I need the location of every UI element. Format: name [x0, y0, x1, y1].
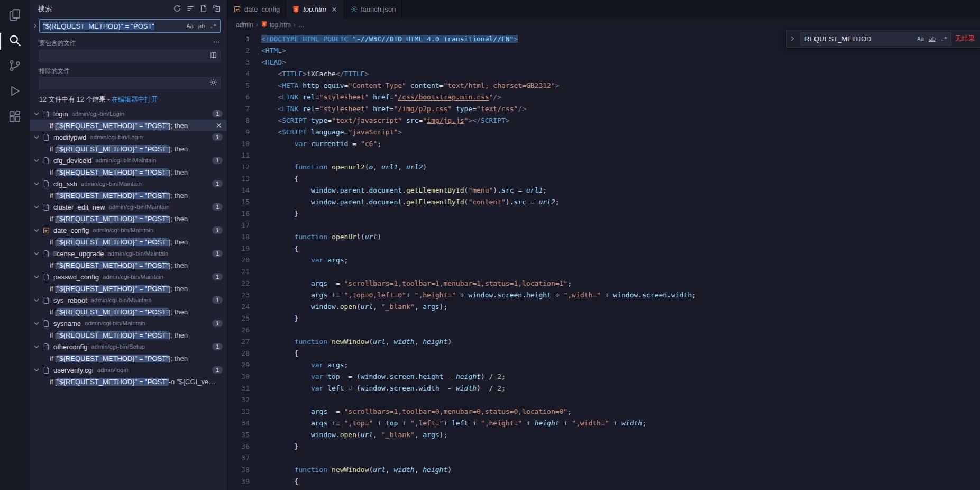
activitybar-item-run-debug[interactable] [0, 79, 30, 105]
code-line[interactable]: 36 } [227, 441, 980, 452]
code-line[interactable]: 13 { [227, 173, 980, 185]
code-line[interactable]: 25 } [227, 313, 980, 324]
search-result-file[interactable]: passwd_configadmin/cgi-bin/Maintain1 [30, 271, 227, 283]
search-open-editors-button[interactable] [208, 51, 218, 61]
breadcrumb-item-file[interactable]: 5top.htm [261, 21, 291, 29]
chevron-down-icon[interactable] [33, 203, 41, 211]
search-result-file[interactable]: sysnameadmin/cgi-bin/Maintain1 [30, 317, 227, 329]
search-match-line[interactable]: if [ "${REQUEST_METHOD}" = "POST" ]; the… [30, 259, 227, 271]
code-editor[interactable]: 1<!DOCTYPE HTML PUBLIC "-//W3C//DTD HTML… [227, 31, 980, 490]
breadcrumb-item-admin[interactable]: admin [236, 21, 253, 29]
code-line[interactable]: 23 args += ",top=0,left=0"+ ",height=" +… [227, 289, 980, 301]
toggle-replace-button[interactable] [31, 22, 39, 30]
chevron-down-icon[interactable] [33, 110, 41, 117]
code-line[interactable]: 32 [227, 394, 980, 406]
activitybar-item-extensions[interactable] [0, 105, 30, 130]
search-match-line[interactable]: if [ "${REQUEST_METHOD}" = "POST" ]; the… [30, 329, 227, 341]
activitybar-item-explorer[interactable] [0, 3, 30, 29]
code-line[interactable]: 5 <META http-equiv="Content-Type" conten… [227, 80, 980, 92]
regex-button[interactable]: .* [208, 21, 218, 31]
search-match-line[interactable]: if [ "${REQUEST_METHOD}" = "POST" ]; the… [30, 143, 227, 155]
search-match-line[interactable]: if [ "${REQUEST_METHOD}" = "POST" ]; the… [30, 236, 227, 248]
code-line[interactable]: 34 args += ",top=" + top + ",left="+ lef… [227, 418, 980, 429]
files-exclude-input[interactable] [39, 77, 221, 89]
search-match-line[interactable]: if [ "${REQUEST_METHOD}" = "POST" ]; the… [30, 352, 227, 364]
search-result-file[interactable]: loginadmin/cgi-bin/Login1 [30, 108, 227, 120]
chevron-down-icon[interactable] [33, 296, 41, 304]
find-input[interactable]: REQUEST_METHOD Aaab.* [800, 32, 951, 46]
search-result-file[interactable]: otherconfigadmin/cgi-bin/Setup1 [30, 341, 227, 352]
code-line[interactable]: 10 var currentid = "c6"; [227, 138, 980, 150]
code-line[interactable]: 35 window.open(url, "_blank", args); [227, 429, 980, 441]
chevron-down-icon[interactable] [33, 157, 41, 164]
toggle-search-details-button[interactable] [211, 38, 222, 48]
clear-search-results-button[interactable] [185, 3, 196, 15]
whole-word-button[interactable]: ab [196, 21, 207, 31]
search-input[interactable]: "${REQUEST_METHOD}" = "POST" Aaab.* [39, 19, 221, 33]
code-line[interactable]: 22 args = "scrollbars=1,toolbar=1,menuba… [227, 278, 980, 289]
search-result-file[interactable]: userverify.cgiadmin/login1 [30, 364, 227, 376]
code-line[interactable]: 11 [227, 150, 980, 161]
search-result-file[interactable]: date_configadmin/cgi-bin/Maintain1 [30, 224, 227, 236]
breadcrumb-item-more[interactable]: … [298, 21, 305, 29]
code-line[interactable]: 31 var left = (window.screen.width - wid… [227, 383, 980, 394]
code-line[interactable]: 15 window.parent.document.getElementById… [227, 196, 980, 208]
refresh-button[interactable] [171, 3, 183, 15]
code-line[interactable]: 16 } [227, 208, 980, 220]
new-search-editor-button[interactable] [198, 3, 209, 15]
chevron-down-icon[interactable] [33, 250, 41, 257]
code-line[interactable]: 39 { [227, 476, 980, 487]
code-line[interactable]: 38 function newWindow(url, width, height… [227, 464, 980, 476]
search-result-file[interactable]: cfg_sshadmin/cgi-bin/Maintain1 [30, 178, 227, 189]
chevron-down-icon[interactable] [33, 226, 41, 234]
search-result-file[interactable]: cluster_edit_newadmin/cgi-bin/Maintain1 [30, 201, 227, 213]
code-line[interactable]: 12 function openurl2(o, url1, url2) [227, 161, 980, 173]
code-line[interactable]: 19 { [227, 243, 980, 255]
code-line[interactable]: 27 function newWindow(url, width, height… [227, 336, 980, 348]
editor-tab-date_config[interactable]: date_config [227, 0, 286, 19]
regex-button[interactable]: .* [939, 33, 949, 44]
close-tab-button[interactable] [331, 6, 338, 13]
code-line[interactable]: 24 window.open(url, "_blank", args); [227, 301, 980, 313]
search-result-file[interactable]: sys_rebootadmin/cgi-bin/Maintain1 [30, 294, 227, 306]
code-line[interactable]: 33 args = "scrollbars=1,toolbar=0,menuba… [227, 406, 980, 418]
files-include-input[interactable] [39, 50, 221, 62]
collapse-all-button[interactable] [211, 3, 223, 15]
code-line[interactable]: 4 <TITLE>iXCache</TITLE> [227, 68, 980, 80]
chevron-down-icon[interactable] [33, 366, 41, 374]
code-line[interactable]: 26 [227, 324, 980, 336]
code-line[interactable]: 9 <SCRIPT language="javaScript"> [227, 126, 980, 138]
search-result-file[interactable]: cfg_deviceidadmin/cgi-bin/Maintain1 [30, 155, 227, 166]
activitybar-item-search[interactable] [0, 29, 30, 54]
code-line[interactable]: 29 var args; [227, 359, 980, 371]
code-line[interactable]: 37 [227, 452, 980, 464]
search-match-line[interactable]: if [ "${REQUEST_METHOD}" = "POST" -o "${… [30, 376, 227, 387]
toggle-replace-chevron[interactable] [788, 35, 796, 42]
search-match-line[interactable]: if [ "${REQUEST_METHOD}" = "POST" ]; the… [30, 120, 227, 131]
search-result-file[interactable]: modifypwdadmin/cgi-bin/Login1 [30, 131, 227, 143]
code-line[interactable]: 17 [227, 220, 980, 231]
search-match-line[interactable]: if [ "${REQUEST_METHOD}" = "POST" ]; the… [30, 283, 227, 294]
code-line[interactable]: 30 var top = (window.screen.height - hei… [227, 371, 980, 383]
search-match-line[interactable]: if [ "${REQUEST_METHOD}" = "POST" ]; the… [30, 189, 227, 201]
code-line[interactable]: 28 { [227, 348, 980, 359]
match-case-button[interactable]: Aa [915, 33, 926, 44]
chevron-down-icon[interactable] [33, 343, 41, 350]
code-line[interactable]: 3<HEAD> [227, 57, 980, 68]
chevron-down-icon[interactable] [33, 320, 41, 327]
whole-word-button[interactable]: ab [927, 33, 938, 44]
editor-tab-launch-json[interactable]: launch.json [344, 0, 402, 19]
code-line[interactable]: 7 <LINK rel="stylesheet" href="/img/p2p.… [227, 103, 980, 115]
match-case-button[interactable]: Aa [185, 21, 195, 31]
chevron-down-icon[interactable] [33, 180, 41, 187]
code-line[interactable]: 18 function openUrl(url) [227, 231, 980, 243]
chevron-down-icon[interactable] [33, 133, 41, 141]
code-line[interactable]: 14 window.parent.document.getElementById… [227, 185, 980, 196]
activitybar-item-source-control[interactable] [0, 54, 30, 79]
code-line[interactable]: 6 <LINK rel="stylesheet" href="/css/boot… [227, 92, 980, 103]
code-line[interactable]: 21 [227, 266, 980, 278]
search-match-line[interactable]: if [ "${REQUEST_METHOD}" = "POST" ]; the… [30, 306, 227, 317]
code-line[interactable]: 8 <SCRIPT type="text/javascript" src="im… [227, 115, 980, 126]
search-match-line[interactable]: if [ "${REQUEST_METHOD}" = "POST" ]; the… [30, 213, 227, 224]
chevron-down-icon[interactable] [33, 273, 41, 280]
